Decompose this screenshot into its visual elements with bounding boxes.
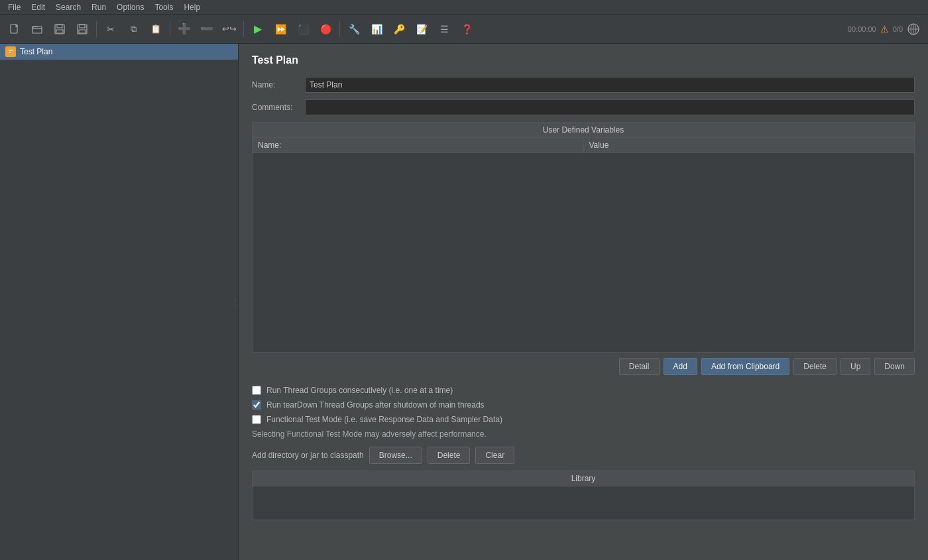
add-from-clipboard-button[interactable]: Add from Clipboard	[701, 358, 789, 375]
panel: Test Plan Name: Comments: User Defined V…	[239, 44, 928, 560]
save-as-button[interactable]: +	[72, 19, 93, 40]
function-helper-button[interactable]: 🔑	[388, 19, 410, 40]
menu-bar: File Edit Search Run Options Tools Help	[0, 0, 928, 15]
library-header: Library	[253, 471, 914, 486]
menu-tools[interactable]: Tools	[149, 1, 178, 13]
menu-run[interactable]: Run	[86, 1, 111, 13]
new-button[interactable]	[4, 19, 25, 40]
browse-button[interactable]: Browse...	[369, 447, 422, 464]
add-variable-button[interactable]: Add	[664, 358, 697, 375]
clear-button[interactable]: Clear	[475, 447, 514, 464]
menu-options[interactable]: Options	[111, 1, 149, 13]
checkboxes-section: Run Thread Groups consecutively (i.e. on…	[252, 386, 915, 439]
checkbox-functional-row: Functional Test Mode (i.e. save Response…	[252, 415, 915, 424]
copy-button[interactable]: ⧉	[123, 19, 144, 40]
teardown-label: Run tearDown Thread Groups after shutdow…	[266, 400, 485, 410]
name-label: Name:	[252, 80, 305, 89]
toolbar-sep-4	[339, 21, 340, 37]
toolbar-sep-1	[96, 21, 97, 37]
comments-input[interactable]	[305, 99, 915, 115]
udv-table-header: Name: Value	[253, 138, 914, 153]
svg-text:+: +	[84, 25, 87, 28]
udv-col-value: Value	[584, 138, 915, 152]
checkbox-run-thread-groups-row: Run Thread Groups consecutively (i.e. on…	[252, 386, 915, 395]
toolbar-sep-3	[243, 21, 244, 37]
log-viewer-button[interactable]: 📊	[366, 19, 387, 40]
template-button[interactable]: 📝	[411, 19, 432, 40]
test-plan-icon	[5, 46, 16, 57]
menu-edit[interactable]: Edit	[26, 1, 50, 13]
library-body[interactable]	[253, 486, 914, 520]
svg-rect-4	[56, 30, 63, 33]
sidebar-item-test-plan[interactable]: Test Plan	[0, 44, 238, 60]
list-button[interactable]: ☰	[434, 19, 455, 40]
comments-row: Comments:	[252, 99, 915, 115]
remove-button[interactable]: ➖	[196, 19, 217, 40]
up-button[interactable]: Up	[841, 358, 870, 375]
udv-body[interactable]	[253, 153, 914, 352]
comments-label: Comments:	[252, 103, 305, 112]
down-button[interactable]: Down	[874, 358, 915, 375]
run-thread-groups-checkbox[interactable]	[252, 386, 261, 395]
detail-button[interactable]: Detail	[619, 358, 660, 375]
cut-button[interactable]: ✂	[100, 19, 121, 40]
toolbar-sep-2	[170, 21, 170, 37]
content-area: Test Plan Name: Comments: User Defined V…	[239, 44, 928, 560]
functional-label: Functional Test Mode (i.e. save Response…	[266, 415, 502, 424]
status-time: 00:00:00	[848, 25, 876, 33]
toolbar-status: 00:00:00 ⚠ 0/0	[848, 23, 920, 36]
svg-rect-3	[57, 25, 62, 28]
sidebar: Test Plan ⋮	[0, 44, 239, 560]
globe-icon	[907, 23, 920, 36]
add-button[interactable]: ➕	[174, 19, 195, 40]
delete-classpath-button[interactable]: Delete	[428, 447, 471, 464]
warning-icon: ⚠	[880, 24, 889, 34]
main-container: Test Plan ⋮ Test Plan Name: Comments: Us…	[0, 44, 928, 560]
svg-rect-1	[32, 27, 42, 33]
svg-rect-13	[7, 48, 14, 55]
menu-file[interactable]: File	[3, 1, 26, 13]
teardown-checkbox[interactable]	[252, 400, 261, 410]
run-no-pause-button[interactable]: ⏩	[270, 19, 291, 40]
stop-button[interactable]: ⬛	[292, 19, 314, 40]
status-errors: 0/0	[893, 25, 903, 33]
open-button[interactable]	[27, 19, 48, 40]
udv-title: User Defined Variables	[253, 123, 914, 138]
sidebar-item-label: Test Plan	[20, 47, 52, 56]
panel-title: Test Plan	[252, 54, 915, 66]
resize-handle[interactable]: ⋮	[233, 289, 238, 315]
shutdown-button[interactable]: 🔴	[315, 19, 336, 40]
variable-btn-row: Detail Add Add from Clipboard Delete Up …	[252, 353, 915, 380]
beanshell-button[interactable]: 🔧	[343, 19, 365, 40]
functional-checkbox[interactable]	[252, 415, 261, 424]
menu-help[interactable]: Help	[178, 1, 205, 13]
svg-rect-7	[79, 30, 86, 33]
run-button[interactable]: ▶	[247, 19, 268, 40]
udv-col-name: Name:	[253, 138, 584, 152]
name-input[interactable]	[305, 77, 915, 93]
run-thread-groups-label: Run Thread Groups consecutively (i.e. on…	[266, 386, 453, 395]
menu-search[interactable]: Search	[50, 1, 86, 13]
name-row: Name:	[252, 77, 915, 93]
udv-section: User Defined Variables Name: Value	[252, 122, 915, 353]
paste-button[interactable]: 📋	[145, 19, 166, 40]
classpath-label: Add directory or jar to classpath	[252, 451, 364, 460]
checkbox-teardown-row: Run tearDown Thread Groups after shutdow…	[252, 400, 915, 410]
toolbar: + ✂ ⧉ 📋 ➕ ➖ ↩↪ ▶ ⏩ ⬛ 🔴 🔧 📊 🔑 📝 ☰ ❓ 00:00…	[0, 15, 928, 44]
delete-variable-button[interactable]: Delete	[793, 358, 837, 375]
classpath-row: Add directory or jar to classpath Browse…	[252, 447, 915, 464]
help-icon-button[interactable]: ❓	[456, 19, 477, 40]
warning-text: Selecting Functional Test Mode may adver…	[252, 429, 915, 439]
save-button[interactable]	[49, 19, 70, 40]
library-section: Library	[252, 471, 915, 520]
undo-button[interactable]: ↩↪	[219, 19, 240, 40]
